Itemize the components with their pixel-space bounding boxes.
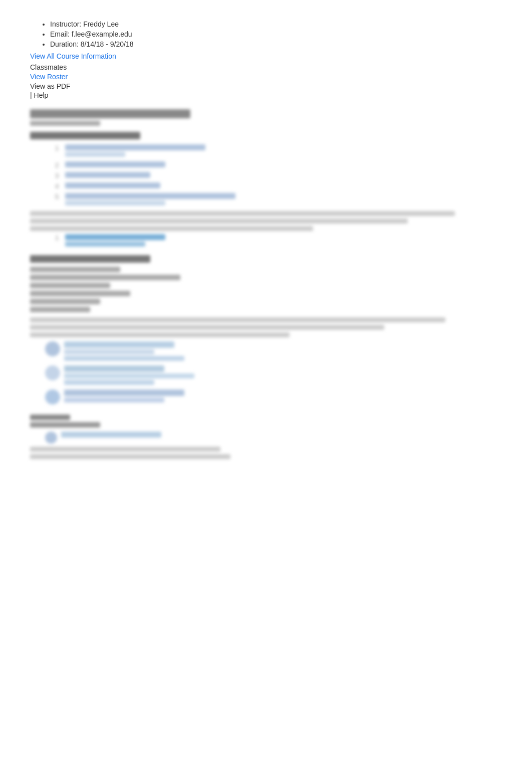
blurred-content-section: 1 2 3 4 — [30, 109, 502, 459]
instructor-item: Instructor: Freddy Lee — [50, 20, 502, 28]
course-info-list: Instructor: Freddy Lee Email: f.lee@exam… — [50, 20, 502, 48]
email-item: Email: f.lee@example.edu — [50, 30, 502, 38]
help-label: | Help — [30, 91, 502, 99]
view-all-course-link[interactable]: View All Course Information — [30, 52, 116, 60]
duration-item: Duration: 8/14/18 - 9/20/18 — [50, 40, 502, 48]
view-roster-link[interactable]: View Roster — [30, 73, 68, 81]
view-as-pdf-label: View as PDF — [30, 82, 502, 90]
classmates-label: Classmates — [30, 63, 502, 71]
